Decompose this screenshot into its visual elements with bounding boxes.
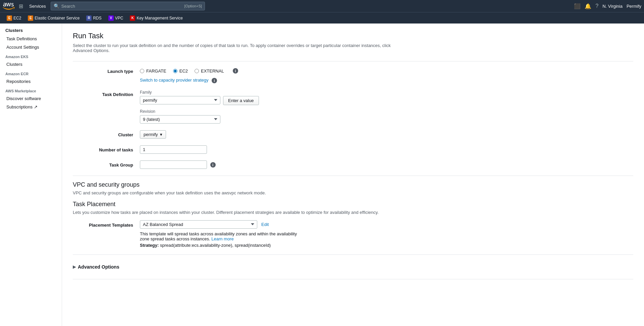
bookmark-vpc[interactable]: V VPC bbox=[106, 14, 126, 22]
revision-label: Revision bbox=[140, 109, 375, 114]
bookmark-ec2[interactable]: E EC2 bbox=[4, 14, 24, 22]
learn-more-link[interactable]: Learn more bbox=[211, 236, 233, 241]
radio-fargate-label: FARGATE bbox=[146, 68, 166, 74]
search-icon: 🔍 bbox=[54, 3, 59, 9]
radio-external-input[interactable] bbox=[195, 69, 199, 73]
rds-icon: R bbox=[86, 15, 92, 21]
task-definition-label: Task Definition bbox=[73, 90, 140, 97]
placement-templates-label: Placement Templates bbox=[73, 220, 140, 228]
ec2-label: EC2 bbox=[13, 16, 21, 20]
vpc-section-title: VPC and security groups bbox=[73, 181, 633, 188]
page-title: Run Task bbox=[73, 32, 633, 40]
sidebar-item-task-definitions[interactable]: Task Definitions bbox=[0, 35, 62, 43]
task-definition-control: Family permify Enter a value Revision 9 … bbox=[140, 90, 375, 124]
capacity-link-row: Switch to capacity provider strategy i bbox=[140, 78, 375, 83]
sidebar-item-eks-clusters[interactable]: Clusters bbox=[0, 60, 62, 68]
rds-label: RDS bbox=[93, 16, 101, 20]
radio-fargate-input[interactable] bbox=[140, 69, 144, 73]
top-nav: ⊞ Services 🔍 [Option+S] ⬛ 🔔 ? N. Virgini… bbox=[0, 0, 644, 12]
capacity-info-icon[interactable]: i bbox=[212, 78, 217, 83]
radio-ec2[interactable]: EC2 bbox=[173, 68, 188, 74]
kms-icon: K bbox=[130, 15, 135, 21]
cluster-chevron-icon: ▾ bbox=[160, 132, 162, 137]
sidebar-item-clusters[interactable]: Clusters bbox=[0, 26, 62, 35]
top-nav-right: ⬛ 🔔 ? N. Virginia Permify bbox=[574, 3, 641, 9]
family-label: Family bbox=[140, 90, 375, 95]
task-group-input[interactable] bbox=[140, 160, 207, 169]
launch-type-control: FARGATE EC2 EXTERNAL i Switch to capacit… bbox=[140, 67, 375, 83]
task-group-control: i bbox=[140, 160, 375, 169]
number-of-tasks-input[interactable] bbox=[140, 145, 207, 154]
task-group-info-icon[interactable]: i bbox=[210, 162, 216, 168]
task-placement-desc: Lets you customize how tasks are placed … bbox=[73, 210, 633, 215]
grid-icon[interactable]: ⊞ bbox=[17, 2, 24, 11]
number-of-tasks-label: Number of tasks bbox=[73, 145, 140, 152]
placement-strategy: Strategy: spread(attribute:ecs.availabil… bbox=[140, 243, 375, 248]
sidebar-eks-label: Amazon EKS bbox=[0, 51, 62, 60]
vpc-icon: V bbox=[108, 15, 114, 21]
services-button[interactable]: Services bbox=[27, 3, 48, 9]
cluster-control: permify ▾ bbox=[140, 130, 375, 139]
launch-type-radio-group: FARGATE EC2 EXTERNAL i bbox=[140, 67, 375, 74]
task-placement-title: Task Placement bbox=[73, 201, 633, 208]
cluster-label: Cluster bbox=[73, 130, 140, 137]
search-shortcut: [Option+S] bbox=[184, 4, 202, 8]
divider-vpc bbox=[73, 176, 633, 176]
divider-advanced bbox=[73, 254, 633, 255]
launch-type-row: Launch type FARGATE EC2 EXTERNAL i Switc… bbox=[73, 67, 633, 83]
family-select[interactable]: permify bbox=[140, 96, 220, 104]
bell-icon[interactable]: 🔔 bbox=[585, 3, 591, 9]
launch-type-label: Launch type bbox=[73, 67, 140, 74]
sidebar-item-account-settings[interactable]: Account Settings bbox=[0, 43, 62, 51]
cluster-row: Cluster permify ▾ bbox=[73, 130, 633, 139]
radio-fargate[interactable]: FARGATE bbox=[140, 68, 166, 74]
divider-bottom bbox=[73, 279, 633, 279]
kms-label: Key Management Service bbox=[137, 16, 182, 20]
radio-ec2-label: EC2 bbox=[179, 68, 188, 74]
advanced-options-label: Advanced Options bbox=[78, 264, 119, 270]
bookmark-kms[interactable]: K Key Management Service bbox=[127, 14, 185, 22]
sidebar-item-repositories[interactable]: Repositories bbox=[0, 77, 62, 86]
launch-type-info-icon[interactable]: i bbox=[233, 68, 238, 74]
capacity-link[interactable]: Switch to capacity provider strategy bbox=[140, 78, 208, 83]
vpc-label: VPC bbox=[115, 16, 123, 20]
enter-value-button[interactable]: Enter a value bbox=[223, 96, 259, 105]
edit-button[interactable]: Edit bbox=[261, 222, 269, 227]
page-subtitle: Select the cluster to run your task defi… bbox=[73, 43, 395, 53]
ecs-label: Elastic Container Service bbox=[35, 16, 79, 20]
cluster-value: permify bbox=[144, 132, 158, 137]
aws-logo[interactable] bbox=[3, 2, 15, 10]
radio-external[interactable]: EXTERNAL bbox=[195, 68, 224, 74]
sidebar-ecr-label: Amazon ECR bbox=[0, 68, 62, 77]
placement-template-select[interactable]: AZ Balanced Spread AZ Balanced BinPack B… bbox=[140, 220, 257, 229]
placement-templates-control: AZ Balanced Spread AZ Balanced BinPack B… bbox=[140, 220, 375, 248]
task-definition-row: Task Definition Family permify Enter a v… bbox=[73, 90, 633, 124]
bookmark-ecs[interactable]: E Elastic Container Service bbox=[25, 14, 82, 22]
revision-select[interactable]: 9 (latest) bbox=[140, 115, 220, 124]
sidebar-item-subscriptions[interactable]: Subscriptions ↗ bbox=[0, 103, 62, 111]
terminal-icon[interactable]: ⬛ bbox=[574, 3, 581, 9]
cluster-dropdown[interactable]: permify ▾ bbox=[140, 130, 166, 139]
help-icon[interactable]: ? bbox=[595, 3, 598, 9]
number-of-tasks-control bbox=[140, 145, 375, 154]
task-group-row: Task Group i bbox=[73, 160, 633, 169]
placement-templates-row: Placement Templates AZ Balanced Spread A… bbox=[73, 220, 633, 248]
advanced-options-toggle[interactable]: ▶ Advanced Options bbox=[73, 260, 633, 274]
account-menu[interactable]: Permify bbox=[627, 4, 641, 9]
chevron-right-icon: ▶ bbox=[73, 265, 76, 269]
search-input[interactable] bbox=[61, 4, 184, 9]
search-bar: 🔍 [Option+S] bbox=[51, 2, 205, 10]
radio-ec2-input[interactable] bbox=[173, 69, 177, 73]
radio-external-label: EXTERNAL bbox=[201, 68, 224, 74]
sidebar-item-discover-software[interactable]: Discover software bbox=[0, 94, 62, 103]
sidebar: Clusters Task Definitions Account Settin… bbox=[0, 24, 62, 326]
region-selector[interactable]: N. Virginia bbox=[602, 4, 623, 9]
ec2-icon: E bbox=[7, 15, 12, 21]
strategy-label: Strategy: bbox=[140, 243, 159, 248]
divider-top bbox=[73, 61, 633, 61]
task-def-select-row: permify Enter a value bbox=[140, 96, 375, 105]
bookmark-rds[interactable]: R RDS bbox=[84, 14, 104, 22]
task-group-label: Task Group bbox=[73, 160, 140, 168]
vpc-section-desc: VPC and security groups are configurable… bbox=[73, 190, 633, 195]
bookmarks-bar: E EC2 E Elastic Container Service R RDS … bbox=[0, 12, 644, 24]
